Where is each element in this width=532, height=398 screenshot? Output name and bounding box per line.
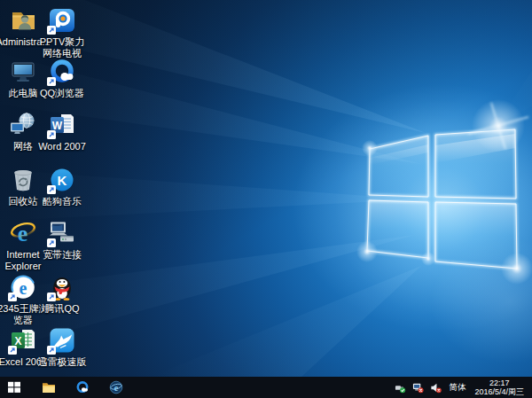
tencent-qq-icon: [47, 272, 77, 302]
shortcut-arrow-badge: [47, 293, 56, 301]
clock-time: 22:17: [474, 378, 524, 387]
ime-indicator[interactable]: 简体: [447, 377, 467, 398]
qq-browser-taskbar-button[interactable]: [70, 377, 94, 398]
desktop-icon-kugou-music[interactable]: K 酷狗音乐: [34, 165, 90, 207]
shortcut-arrow-badge: [47, 238, 56, 247]
desktop-icon-label: 宽带连接: [43, 249, 82, 261]
desktop-icon-word-2007[interactable]: W Word 2007: [34, 110, 90, 152]
pptv-icon: [47, 5, 77, 35]
usb-safely-remove-icon[interactable]: [394, 381, 406, 394]
desktop-icon-qq-browser[interactable]: QQ浏览器: [34, 57, 90, 99]
desktop-icon-pptv[interactable]: PPTV聚力 网络电视: [34, 5, 90, 59]
taskbar-clock[interactable]: 22:17 2016/5/4/周三: [473, 378, 526, 396]
desktop-icon-thunder[interactable]: 迅雷极速版: [34, 325, 90, 368]
qq-browser-icon: [75, 380, 90, 394]
desktop-icon-label: 酷狗音乐: [43, 196, 82, 207]
e-browser-icon: e: [109, 380, 123, 394]
desktop-icon-tencent-qq[interactable]: 腾讯QQ: [34, 272, 90, 315]
start-icon: [7, 380, 21, 394]
kugou-music-icon: K: [47, 165, 77, 195]
system-tray: 简体 22:17 2016/5/4/周三: [394, 377, 532, 398]
desktop-icon-label: QQ浏览器: [40, 88, 84, 99]
shortcut-arrow-badge: [47, 26, 56, 35]
thunder-icon: [47, 325, 77, 355]
svg-text:K: K: [58, 173, 67, 188]
qq-browser-icon: [47, 57, 77, 87]
shortcut-arrow-badge: [47, 185, 56, 194]
broadband-icon: [47, 218, 77, 248]
volume-muted-icon[interactable]: [429, 381, 442, 394]
desktop-icon-label: 腾讯QQ: [44, 303, 79, 315]
file-explorer-button[interactable]: [36, 377, 60, 398]
network-disconnected-icon[interactable]: [411, 381, 424, 394]
e-browser-taskbar-button[interactable]: e: [104, 377, 128, 398]
file-explorer-icon: [42, 380, 56, 394]
shortcut-arrow-badge: [8, 346, 17, 355]
shortcut-arrow-badge: [47, 77, 56, 86]
desktop-icon-label: Word 2007: [38, 141, 86, 152]
desktop-icon-label: PPTV聚力 网络电视: [34, 36, 90, 59]
windows-desktop: Administra... PPTV聚力 网络电视: [0, 0, 532, 398]
word-icon: W: [47, 110, 77, 140]
shortcut-arrow-badge: [47, 346, 56, 355]
start-button[interactable]: [2, 377, 26, 398]
taskbar: e: [0, 377, 532, 398]
desktop-icon-label: 迅雷极速版: [38, 356, 87, 368]
svg-text:e: e: [20, 278, 27, 298]
shortcut-arrow-badge: [8, 293, 17, 301]
desktop-icon-label: 网络: [13, 141, 33, 152]
shortcut-arrow-badge: [47, 130, 56, 139]
desktop-icon-broadband[interactable]: 宽带连接: [34, 218, 90, 261]
clock-date: 2016/5/4/周三: [474, 387, 524, 396]
